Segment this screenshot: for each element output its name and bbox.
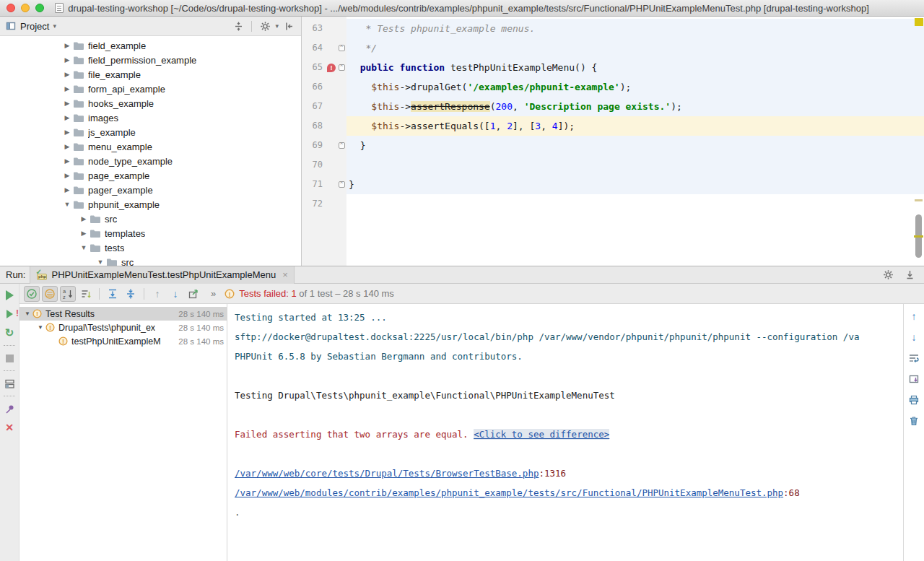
console-link[interactable]: /var/www/web/modules/contrib/examples/ph… xyxy=(235,487,783,498)
minimize-window-button[interactable] xyxy=(21,4,30,12)
chevron-right-icon[interactable]: ▶ xyxy=(78,230,90,237)
next-failed-test-icon[interactable]: ↓ xyxy=(167,286,183,302)
chevron-right-icon[interactable]: ▶ xyxy=(78,215,90,222)
test-tree-item[interactable]: ▼!Test Results28 s 140 ms xyxy=(19,307,227,321)
chevron-right-icon[interactable]: ▶ xyxy=(61,56,73,64)
chevron-right-icon[interactable]: ▶ xyxy=(61,172,73,179)
chevron-down-icon[interactable]: ▾ xyxy=(275,22,279,30)
fold-marker-icon[interactable]: ^ xyxy=(339,181,345,188)
clear-all-icon[interactable] xyxy=(907,414,920,427)
scroll-from-source-icon[interactable] xyxy=(232,19,245,32)
error-stripe-warning-line[interactable] xyxy=(914,235,923,238)
more-actions-icon[interactable]: » xyxy=(211,288,217,299)
chevron-down-icon[interactable]: ▼ xyxy=(22,310,32,317)
run-tab[interactable]: ✓ php PHPUnitExampleMenuTest.testPhpUnit… xyxy=(30,266,294,284)
sort-alphabetically-icon[interactable]: az xyxy=(60,286,76,302)
chevron-right-icon[interactable]: ▶ xyxy=(61,143,73,150)
close-icon[interactable]: × xyxy=(282,269,288,280)
minimize-panel-icon[interactable] xyxy=(902,268,917,282)
error-stripe-tick[interactable] xyxy=(915,199,923,201)
fold-marker-icon[interactable]: ^ xyxy=(339,142,345,149)
previous-failed-test-icon[interactable]: ↑ xyxy=(149,286,165,302)
chevron-right-icon[interactable]: ▶ xyxy=(61,85,73,92)
console-link[interactable]: /var/www/web/core/tests/Drupal/Tests/Bro… xyxy=(235,468,539,479)
chevron-right-icon[interactable]: ▶ xyxy=(61,42,73,49)
code-token: , xyxy=(513,101,524,112)
chevron-down-icon[interactable]: ▼ xyxy=(78,244,90,251)
project-tree-item[interactable]: ▶node_type_example xyxy=(0,154,301,168)
project-tree-item[interactable]: ▼phpunit_example xyxy=(0,197,301,212)
export-test-results-icon[interactable] xyxy=(186,286,201,302)
code-line[interactable]: $this->assertEquals([1, 2], [3, 4]); xyxy=(346,116,924,136)
chevron-down-icon[interactable]: ▾ xyxy=(53,22,56,30)
chevron-down-icon[interactable]: ▼ xyxy=(35,324,45,331)
fold-marker-icon[interactable]: ^ xyxy=(339,64,345,71)
restore-layout-icon[interactable] xyxy=(3,377,16,390)
chevron-right-icon[interactable]: ▶ xyxy=(61,186,73,193)
chevron-right-icon[interactable]: ▶ xyxy=(61,71,73,78)
project-tree-item[interactable]: ▶form_api_example xyxy=(0,82,301,96)
code-line[interactable]: * Tests phpunit_example menus. xyxy=(346,19,924,38)
code-line[interactable]: } xyxy=(346,175,924,194)
soft-wrap-icon[interactable] xyxy=(907,352,920,365)
chevron-down-icon[interactable]: ▼ xyxy=(61,201,73,208)
pin-tab-icon[interactable] xyxy=(3,402,16,415)
show-passed-icon[interactable] xyxy=(24,286,40,302)
fold-cell: ^ xyxy=(336,175,346,194)
down-stack-trace-icon[interactable]: ↓ xyxy=(907,331,920,344)
test-tree-item[interactable]: !testPhpUnitExampleM28 s 140 ms xyxy=(19,334,227,348)
chevron-right-icon[interactable]: ▶ xyxy=(61,129,73,136)
project-tree-item[interactable]: ▶src xyxy=(0,212,301,226)
code-line[interactable]: $this->drupalGet('/examples/phpunit-exam… xyxy=(346,77,924,97)
error-stripe-warning-mark[interactable] xyxy=(915,18,923,26)
project-tree-item[interactable]: ▶templates xyxy=(0,226,301,240)
gear-icon[interactable] xyxy=(258,19,271,32)
run-console[interactable]: Testing started at 13:25 ...sftp://docke… xyxy=(227,304,903,561)
gear-icon[interactable] xyxy=(881,268,895,282)
project-tree-item[interactable]: ▶pager_example xyxy=(0,183,301,197)
project-tree-item[interactable]: ▶images xyxy=(0,110,301,125)
code-line[interactable]: } xyxy=(346,136,924,155)
console-link[interactable]: <Click to see difference> xyxy=(474,429,609,440)
chevron-down-icon[interactable]: ▼ xyxy=(95,258,106,266)
project-tree-item[interactable]: ▶hooks_example xyxy=(0,96,301,110)
stop-button[interactable] xyxy=(3,352,16,365)
code-line[interactable]: public function testPhpUnitExampleMenu()… xyxy=(346,58,924,77)
folder-icon xyxy=(73,128,84,137)
rerun-failed-tests-button[interactable]: ! xyxy=(3,308,16,321)
test-failed-icon[interactable]: ! xyxy=(327,64,336,72)
rerun-button[interactable] xyxy=(3,289,16,302)
collapse-all-icon[interactable] xyxy=(123,286,139,302)
project-tree-item[interactable]: ▼src xyxy=(0,255,301,266)
project-panel-title[interactable]: Project xyxy=(20,21,49,32)
editor[interactable]: 63 * Tests phpunit_example menus.64^ */6… xyxy=(302,17,924,266)
test-tree-item[interactable]: ▼!Drupal\Tests\phpunit_ex28 s 140 ms xyxy=(19,321,227,334)
code-line[interactable]: */ xyxy=(346,38,924,58)
hide-panel-icon[interactable] xyxy=(282,19,295,32)
show-ignored-icon[interactable] xyxy=(42,286,58,302)
code-line[interactable]: $this->assertResponse(200, 'Description … xyxy=(346,97,924,116)
close-window-button[interactable] xyxy=(6,4,15,12)
chevron-right-icon[interactable]: ▶ xyxy=(61,114,73,121)
scroll-to-end-icon[interactable] xyxy=(907,373,920,386)
print-icon[interactable] xyxy=(907,393,920,406)
project-tree-item[interactable]: ▶field_example xyxy=(0,38,301,53)
project-tree-item[interactable]: ▼tests xyxy=(0,240,301,255)
toggle-auto-test-icon[interactable]: ↻ xyxy=(3,326,16,339)
fold-marker-icon[interactable]: ^ xyxy=(339,45,345,51)
up-stack-trace-icon[interactable]: ↑ xyxy=(907,310,920,323)
code-line[interactable] xyxy=(346,194,924,214)
expand-all-icon[interactable] xyxy=(105,286,121,302)
project-tree-item[interactable]: ▶js_example xyxy=(0,125,301,139)
zoom-window-button[interactable] xyxy=(35,4,44,12)
close-panel-icon[interactable]: ✕ xyxy=(3,421,16,434)
sort-by-duration-icon[interactable] xyxy=(78,286,94,302)
project-tree-item[interactable]: ▶file_example xyxy=(0,67,301,82)
project-tree-item[interactable]: ▶menu_example xyxy=(0,139,301,154)
project-item-label: menu_example xyxy=(88,142,152,152)
code-line[interactable] xyxy=(346,155,924,175)
project-tree-item[interactable]: ▶field_permission_example xyxy=(0,53,301,67)
chevron-right-icon[interactable]: ▶ xyxy=(61,100,73,107)
chevron-right-icon[interactable]: ▶ xyxy=(61,157,73,165)
project-tree-item[interactable]: ▶page_example xyxy=(0,168,301,183)
